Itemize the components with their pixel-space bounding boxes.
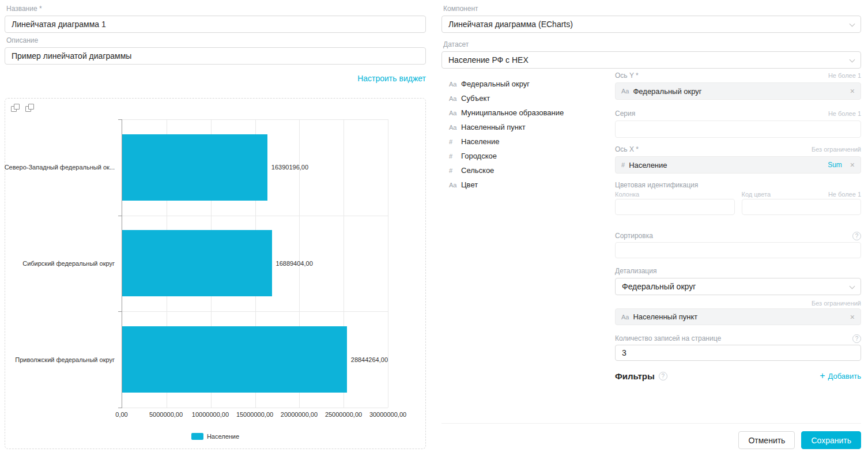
- preview-toolbar: [11, 104, 34, 112]
- dataset-label: Датасет: [443, 40, 861, 48]
- drill-limit: Без ограничений: [812, 300, 861, 307]
- axis-tick: [118, 216, 122, 216]
- widget-editor-left-panel: Название * Описание Настроить виджет Сев…: [5, 5, 426, 449]
- dataset-field-item[interactable]: AaФедеральный округ: [449, 77, 564, 91]
- axis-x-label: Ось X *: [615, 145, 639, 153]
- field-type-badge: Aa: [449, 124, 457, 131]
- gridline: [122, 408, 388, 408]
- drill-select-value: Федеральный округ: [622, 282, 696, 291]
- chart-bar-row: 16390196,00: [122, 119, 388, 216]
- axis-tick: [118, 119, 122, 120]
- description-label: Описание: [6, 36, 426, 44]
- series-field[interactable]: [615, 120, 861, 138]
- page-size-help-icon[interactable]: ?: [852, 334, 861, 343]
- field-type-badge: Aa: [449, 81, 457, 88]
- chevron-down-icon: [850, 57, 855, 63]
- color-ident-limit: Не более 1: [828, 191, 861, 198]
- field-type-badge: Aa: [449, 110, 457, 116]
- component-select-value: Линейчатая диаграмма (ECharts): [448, 20, 573, 29]
- chart-x-tick-label: 10000000,00: [192, 411, 229, 418]
- chart-bar-row: 16889404,00: [122, 216, 388, 312]
- widget-editor-right-panel: Компонент Линейчатая диаграмма (ECharts)…: [441, 5, 861, 456]
- field-label: Населенный пункт: [461, 123, 526, 131]
- legend-marker-icon: [191, 433, 203, 440]
- axis-x-limit: Без ограничений: [812, 146, 861, 153]
- dataset-field-item[interactable]: AaМуниципальное образование: [449, 105, 564, 120]
- chart-value-label: 28844264,00: [351, 356, 388, 363]
- dataset-field-item[interactable]: #Городское: [449, 149, 564, 163]
- field-label: Сельское: [461, 166, 494, 175]
- axis-x-field[interactable]: # Население Sum ×: [615, 156, 861, 174]
- drill-label: Детализация: [615, 267, 656, 275]
- field-type-badge: Aa: [449, 95, 457, 102]
- color-column-field[interactable]: [615, 199, 735, 215]
- field-label: Субъект: [461, 94, 490, 103]
- name-label: Название *: [6, 5, 426, 13]
- axis-y-chip-label: Федеральный округ: [633, 87, 846, 96]
- axis-tick: [118, 311, 122, 312]
- cancel-button[interactable]: Отменить: [738, 431, 795, 449]
- chart-category-label: Северо-Западный федеральный ок...: [5, 119, 119, 216]
- add-filter-link[interactable]: + Добавить: [820, 371, 861, 380]
- description-input[interactable]: [5, 47, 426, 65]
- component-label: Компонент: [443, 5, 861, 13]
- add-filter-label: Добавить: [828, 372, 861, 380]
- dataset-field-item[interactable]: AaЦвет: [449, 178, 564, 192]
- frame-icon[interactable]: [11, 104, 20, 112]
- footer-divider: [441, 423, 861, 424]
- series-label: Серия: [615, 110, 635, 118]
- chart-x-tick-label: 30000000,00: [369, 411, 406, 418]
- axis-y-field[interactable]: Aa Федеральный округ ×: [615, 82, 861, 100]
- color-code-field[interactable]: [742, 199, 862, 215]
- chart-category-label: Сибирский федеральный округ: [5, 216, 119, 312]
- save-button[interactable]: Сохранить: [801, 431, 861, 449]
- drill-select[interactable]: Федеральный округ: [615, 278, 861, 295]
- chart-bar-row: 28844264,00: [122, 311, 388, 408]
- color-code-label: Код цвета: [742, 191, 771, 198]
- sorting-field[interactable]: [615, 242, 861, 258]
- field-label: Население: [461, 137, 499, 146]
- footer-actions: Отменить Сохранить: [738, 431, 861, 449]
- chart-bars: 16390196,0016889404,0028844264,00: [122, 119, 388, 408]
- plus-icon: +: [820, 371, 825, 380]
- drill-field[interactable]: Aa Населенный пункт ×: [615, 308, 861, 325]
- remove-axis-y-icon[interactable]: ×: [850, 87, 855, 95]
- filters-help-icon[interactable]: ?: [659, 372, 667, 380]
- chevron-down-icon: [850, 21, 855, 27]
- widget-preview-panel: Северо-Западный федеральный ок...Сибирск…: [5, 98, 426, 449]
- page-size-input[interactable]: [615, 345, 861, 361]
- component-select[interactable]: Линейчатая диаграмма (ECharts): [441, 16, 861, 33]
- chart-bar[interactable]: [122, 326, 347, 393]
- chart-x-tick-label: 5000000,00: [149, 411, 183, 418]
- field-type-badge: #: [621, 161, 625, 168]
- chart-x-tick-label: 20000000,00: [281, 411, 318, 418]
- drill-chip-label: Населенный пункт: [633, 312, 846, 321]
- dataset-field-item[interactable]: AaНаселенный пункт: [449, 120, 564, 134]
- aggregation-tag[interactable]: Sum: [828, 161, 842, 169]
- sorting-label: Сортировка: [615, 232, 653, 240]
- axis-y-limit: Не более 1: [828, 72, 861, 79]
- dataset-field-list: AaФедеральный округAaСубъектAaМуниципаль…: [449, 77, 564, 192]
- chart-bar[interactable]: [122, 134, 267, 201]
- chart-legend[interactable]: Население: [5, 433, 425, 440]
- field-label: Федеральный округ: [461, 80, 530, 88]
- copy-frame-icon[interactable]: [25, 104, 34, 112]
- name-input[interactable]: [5, 16, 426, 33]
- sorting-help-icon[interactable]: ?: [852, 232, 861, 240]
- configure-widget-link[interactable]: Настроить виджет: [357, 74, 426, 83]
- dataset-select[interactable]: Население РФ с HEX: [441, 51, 861, 69]
- chart-value-label: 16390196,00: [271, 164, 308, 171]
- chevron-down-icon: [850, 284, 855, 289]
- chart-value-label: 16889404,00: [276, 260, 313, 267]
- field-type-badge: Aa: [621, 314, 629, 321]
- field-label: Городское: [461, 152, 497, 160]
- remove-drill-icon[interactable]: ×: [850, 313, 855, 321]
- dataset-field-item[interactable]: #Сельское: [449, 163, 564, 178]
- chart-x-tick-label: 15000000,00: [236, 411, 273, 418]
- dataset-field-item[interactable]: AaСубъект: [449, 91, 564, 105]
- chart-bar[interactable]: [122, 230, 272, 296]
- field-type-badge: #: [449, 138, 457, 145]
- remove-axis-x-icon[interactable]: ×: [850, 161, 855, 169]
- dataset-field-item[interactable]: #Население: [449, 134, 564, 149]
- chart-x-tick-label: 0,00: [115, 411, 127, 418]
